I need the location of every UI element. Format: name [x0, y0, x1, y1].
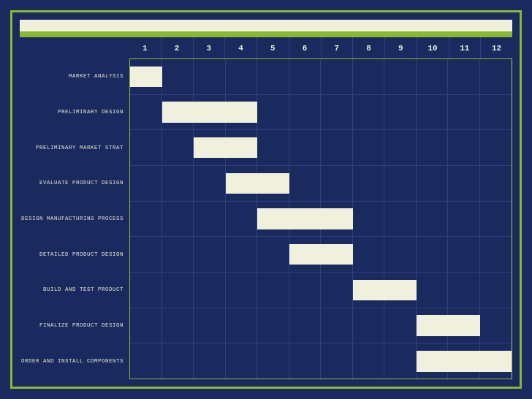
gantt-cell-6-11: [480, 273, 512, 308]
label-text-7: FINALIZE PRODUCT DESIGN: [39, 322, 123, 330]
gantt-cell-8-0: [130, 343, 162, 379]
label-cell-7: FINALIZE PRODUCT DESIGN: [20, 308, 129, 344]
gantt-cell-6-2: [194, 273, 226, 308]
gantt-cell-5-0: [130, 237, 162, 272]
gantt-cell-2-10: [448, 130, 480, 165]
gantt-cell-8-3: [226, 343, 258, 379]
gantt-cell-6-9: [417, 273, 449, 308]
label-text-6: BUILD AND TEST PRODUCT: [43, 286, 123, 294]
gantt-bar-1: [162, 102, 258, 123]
label-text-1: PRELIMINARY DESIGN: [58, 109, 123, 116]
grid-column: 123456789101112: [129, 37, 512, 379]
gantt-cell-2-11: [480, 130, 512, 165]
month-cell-4: 4: [225, 37, 257, 58]
month-cell-1: 1: [129, 37, 162, 58]
gantt-cell-8-8: [384, 343, 417, 379]
gantt-bar-2: [194, 137, 257, 159]
gantt-cell-4-11: [480, 202, 512, 237]
gantt-cell-4-10: [448, 202, 480, 237]
gantt-bar-4: [257, 208, 353, 229]
label-text-3: EVALUATE PRODUCT DESIGN: [39, 180, 123, 187]
chart-area: MARKET ANALYSISPRELIMINARY DESIGNPRELIMI…: [20, 37, 512, 379]
gantt-cell-1-10: [448, 95, 480, 130]
label-cell-1: PRELIMINARY DESIGN: [20, 95, 129, 131]
gantt-cell-4-0: [130, 202, 162, 237]
gantt-cell-2-6: [321, 130, 353, 165]
gantt-cell-4-1: [162, 202, 194, 237]
gantt-cell-2-7: [353, 130, 385, 165]
gantt-row-5: [130, 237, 512, 273]
gantt-cell-4-9: [417, 202, 449, 237]
gantt-cell-5-3: [226, 237, 258, 272]
gantt-cell-2-8: [384, 130, 417, 165]
gantt-cell-1-4: [257, 95, 289, 130]
gantt-cell-4-2: [194, 202, 226, 237]
chart-container: MARKET ANALYSISPRELIMINARY DESIGNPRELIMI…: [10, 10, 522, 389]
label-cell-6: BUILD AND TEST PRODUCT: [20, 273, 129, 308]
label-cell-0: MARKET ANALYSIS: [20, 59, 129, 95]
gantt-cell-1-8: [384, 95, 417, 130]
month-cell-12: 12: [481, 37, 512, 58]
month-cell-6: 6: [289, 37, 322, 58]
gantt-cell-7-5: [289, 308, 322, 343]
gantt-cell-0-3: [226, 59, 258, 94]
gantt-cell-0-8: [384, 59, 417, 94]
gantt-cell-3-2: [194, 166, 226, 201]
gantt-cell-6-6: [321, 273, 353, 308]
gantt-cell-7-11: [480, 308, 512, 343]
gantt-bar-3: [226, 173, 289, 194]
gantt-cell-3-0: [130, 166, 162, 201]
label-text-8: ORDER AND INSTALL COMPONENTS: [21, 358, 123, 365]
label-text-2: PRELIMINARY MARKET STRAT: [36, 145, 123, 152]
gantt-cell-0-5: [289, 59, 322, 94]
gantt-row-6: [130, 273, 512, 308]
gantt-cell-2-5: [289, 130, 322, 165]
month-cell-2: 2: [162, 37, 194, 58]
gantt-cell-5-7: [353, 237, 385, 272]
subtitle-bar: [20, 31, 512, 37]
gantt-cell-4-3: [226, 202, 258, 237]
gantt-cell-3-9: [417, 166, 449, 201]
months-row: 123456789101112: [129, 37, 512, 59]
gantt-cell-7-1: [162, 308, 194, 343]
gantt-cell-7-2: [194, 308, 226, 343]
gantt-cell-7-8: [384, 308, 417, 343]
gantt-cell-0-2: [194, 59, 226, 94]
gantt-cell-1-9: [417, 95, 449, 130]
gantt-cell-3-11: [480, 166, 512, 201]
gantt-cell-1-6: [321, 95, 353, 130]
gantt-bar-6: [353, 280, 417, 301]
gantt-cell-7-7: [353, 308, 385, 343]
gantt-cell-5-2: [194, 237, 226, 272]
gantt-rows: [129, 59, 512, 379]
gantt-cell-4-7: [353, 202, 385, 237]
gantt-cell-2-9: [417, 130, 449, 165]
gantt-cell-5-10: [448, 237, 480, 272]
label-cell-3: EVALUATE PRODUCT DESIGN: [20, 166, 129, 202]
gantt-cell-1-5: [289, 95, 322, 130]
gantt-cell-5-8: [384, 237, 417, 272]
gantt-row-8: [130, 343, 512, 379]
gantt-cell-6-5: [289, 273, 322, 308]
gantt-cell-0-7: [353, 59, 385, 94]
gantt-cell-0-1: [162, 59, 194, 94]
label-text-4: DESIGN MANUFACTURING PROCESS: [21, 216, 123, 223]
title-area: [20, 20, 512, 31]
gantt-cell-2-1: [162, 130, 194, 165]
label-text-0: MARKET ANALYSIS: [69, 73, 123, 80]
gantt-cell-7-0: [130, 308, 162, 343]
labels-column: MARKET ANALYSISPRELIMINARY DESIGNPRELIMI…: [20, 37, 129, 379]
gantt-row-1: [130, 95, 512, 131]
gantt-cell-5-4: [257, 237, 289, 272]
gantt-bar-8: [417, 351, 512, 372]
gantt-cell-0-10: [448, 59, 480, 94]
gantt-cell-5-1: [162, 237, 194, 272]
gantt-cell-2-0: [130, 130, 162, 165]
gantt-cell-4-8: [384, 202, 417, 237]
gantt-cell-3-6: [321, 166, 353, 201]
gantt-cell-0-4: [257, 59, 289, 94]
month-cell-5: 5: [257, 37, 289, 58]
label-text-5: DETAILED PRODUCT DESIGN: [39, 251, 123, 259]
gantt-cell-3-10: [448, 166, 480, 201]
gantt-cell-8-2: [194, 343, 226, 379]
